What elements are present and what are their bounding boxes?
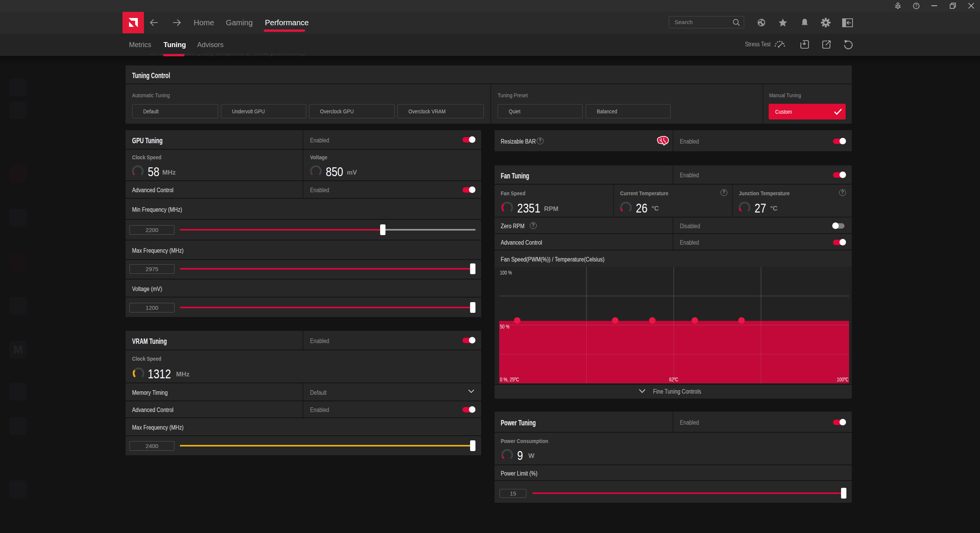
- svg-text:0 %, 25ºC: 0 %, 25ºC: [500, 376, 519, 383]
- svg-text:100 %: 100 %: [500, 269, 512, 276]
- svg-text:100ºC: 100ºC: [837, 376, 849, 383]
- svg-text:?: ?: [915, 4, 918, 8]
- svg-text:62ºC: 62ºC: [669, 376, 678, 383]
- svg-text:50 %: 50 %: [500, 323, 510, 330]
